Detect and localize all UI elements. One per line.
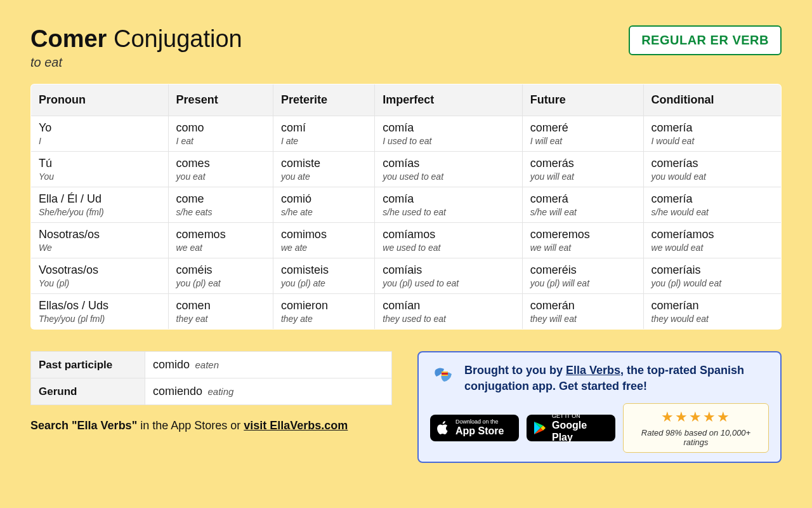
title-rest: Conjugation [107,25,242,52]
table-header: Conditional [643,84,781,116]
table-row: Vosotras/osYou (pl)coméisyou (pl) eatcom… [31,258,782,294]
conjugation-cell: comisteyou ate [273,152,374,187]
google-play-button[interactable]: GET IT ON Google Play [527,415,615,441]
brand-link[interactable]: Ella Verbs [566,364,620,377]
search-hint: Search "Ella Verbs" in the App Stores or… [30,419,392,432]
conjugation-cell: comiós/he ate [273,187,374,223]
conjugation-cell: comeréI will eat [522,116,643,152]
pronoun-cell: TúYou [31,152,169,187]
conjugation-cell: comíaisyou (pl) used to eat [375,258,522,294]
conjugation-cell: comeríamoswe would eat [643,223,781,258]
table-row: Nosotras/osWecomemoswe eatcomimoswe atec… [31,223,782,258]
svg-rect-1 [442,371,448,373]
verb-type-badge: REGULAR ER VERB [629,25,782,55]
conjugation-cell: comoI eat [168,116,273,152]
past-participle-value: comido eaten [145,352,392,378]
table-header: Future [522,84,643,116]
conjugation-cell: comeréisyou (pl) will eat [522,258,643,294]
pronoun-cell: Nosotras/osWe [31,223,169,258]
visit-link[interactable]: visit EllaVerbs.com [244,419,348,432]
conjugation-cell: comeríasyou would eat [643,152,781,187]
page-title: Comer Conjugation [30,25,242,53]
table-header: Pronoun [31,84,169,116]
verb-translation: to eat [30,55,242,70]
app-store-button[interactable]: Download on the App Store [430,415,519,441]
conjugation-cell: comeríanthey would eat [643,294,781,330]
svg-rect-2 [442,375,448,376]
conjugation-cell: comías/he used to eat [375,187,522,223]
conjugation-cell: comes/he eats [168,187,273,223]
conjugation-cell: comisteisyou (pl) ate [273,258,374,294]
rating-box: ★★★★★ Rated 98% based on 10,000+ ratings [623,403,769,453]
table-row: Ella / Él / UdShe/he/you (fml)comes/he e… [31,187,782,223]
verb-name: Comer [30,25,107,52]
conjugation-cell: comeríaI would eat [643,116,781,152]
conjugation-cell: comimoswe ate [273,223,374,258]
table-row: TúYoucomesyou eatcomisteyou atecomíasyou… [31,152,782,187]
app-icon [430,363,455,388]
conjugation-cell: comieronthey ate [273,294,374,330]
conjugation-cell: comíI ate [273,116,374,152]
stars-icon: ★★★★★ [632,409,759,425]
conjugation-cell: comeremoswe will eat [522,223,643,258]
pronoun-cell: Ellas/os / UdsThey/you (pl fml) [31,294,169,330]
conjugation-cell: comenthey eat [168,294,273,330]
conjugation-cell: comíamoswe used to eat [375,223,522,258]
conjugation-cell: comíanthey used to eat [375,294,522,330]
conjugation-cell: comeránthey will eat [522,294,643,330]
apple-icon [436,420,450,436]
promo-box: Brought to you by Ella Verbs, the top-ra… [417,351,782,463]
pronoun-cell: Vosotras/osYou (pl) [31,258,169,294]
table-row: YoIcomoI eatcomíI atecomíaI used to eatc… [31,116,782,152]
pronoun-cell: Ella / Él / UdShe/he/you (fml) [31,187,169,223]
conjugation-table: PronounPresentPreteriteImperfectFutureCo… [30,84,782,330]
pronoun-cell: YoI [31,116,169,152]
conjugation-cell: comerás/he will eat [522,187,643,223]
table-header: Preterite [273,84,374,116]
rating-text: Rated 98% based on 10,000+ ratings [632,428,759,447]
table-row: Ellas/os / UdsThey/you (pl fml)comenthey… [31,294,782,330]
conjugation-cell: comíaI used to eat [375,116,522,152]
conjugation-cell: coméisyou (pl) eat [168,258,273,294]
conjugation-cell: comemoswe eat [168,223,273,258]
table-header: Present [168,84,273,116]
conjugation-cell: comerías/he would eat [643,187,781,223]
google-play-icon [533,421,547,435]
gerund-value: comiendo eating [145,378,392,405]
forms-table: Past participle comido eaten Gerund comi… [30,351,392,405]
past-participle-label: Past participle [31,352,145,378]
conjugation-cell: comerásyou will eat [522,152,643,187]
table-header: Imperfect [375,84,522,116]
conjugation-cell: comesyou eat [168,152,273,187]
promo-text: Brought to you by Ella Verbs, the top-ra… [464,363,769,394]
conjugation-cell: comíasyou used to eat [375,152,522,187]
gerund-label: Gerund [31,378,145,405]
conjugation-cell: comeríaisyou (pl) would eat [643,258,781,294]
